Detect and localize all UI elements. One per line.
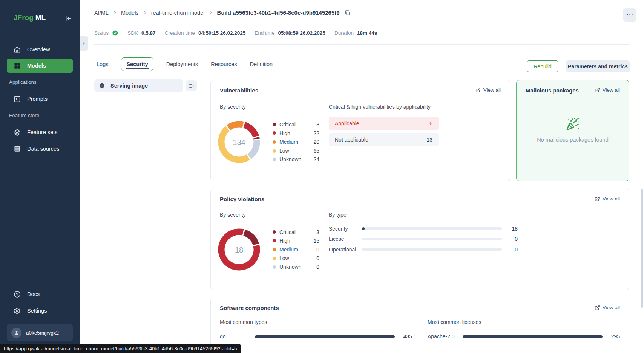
not-applicable-row[interactable]: Not applicable 13 <box>329 133 439 146</box>
sidebar-item-feature-sets[interactable]: Feature sets <box>7 125 73 139</box>
header-divider <box>94 44 630 45</box>
sdk-label: SDK <box>127 30 138 36</box>
bar-fill <box>255 335 395 338</box>
gear-icon <box>14 307 21 314</box>
severity-legend: Critical3High15Medium0Low0Unknown0 <box>273 228 319 271</box>
policy-view-all-link[interactable]: View all <box>595 196 620 202</box>
bar-fill <box>362 227 365 230</box>
collapse-sidebar-icon[interactable] <box>64 14 72 23</box>
tab-deployments[interactable]: Deployments <box>166 61 198 67</box>
bar-label: go <box>220 333 255 339</box>
sidebar-item-models[interactable]: Models <box>7 59 73 73</box>
bar-value: 0 <box>502 236 518 242</box>
sdk-value: 0.5.87 <box>141 30 156 36</box>
creation-time-label: Creation time <box>165 30 195 36</box>
malicious-empty-state: No malicious packages found <box>517 117 629 143</box>
malicious-view-all-link[interactable]: View all <box>595 87 620 93</box>
sidebar-item-settings[interactable]: Settings <box>7 304 73 318</box>
sidebar-item-label: Models <box>27 63 46 69</box>
sidebar-section-feature-store: Feature store <box>9 113 39 118</box>
software-licenses-bars: Apache-2.0295 <box>428 331 620 342</box>
status-label: Status <box>94 30 109 36</box>
vulnerabilities-severity-chart: 134 Critical3High22Medium20Low65Unknown2… <box>217 120 319 164</box>
sidebar-item-label: Settings <box>27 308 47 314</box>
bar-row: Security18 <box>329 224 518 234</box>
database-icon <box>14 145 21 153</box>
sidebar-item-data-sources[interactable]: Data sources <box>7 142 73 156</box>
breadcrumb: AI/ML Models real-time-churn-model Build… <box>94 9 350 16</box>
legend-value: 3 <box>316 122 319 128</box>
malicious-packages-card: Malicious packages View all No malicious… <box>516 80 629 181</box>
view-all-label: View all <box>603 196 620 202</box>
chevron-right-icon <box>112 10 117 15</box>
sidebar-item-label: Data sources <box>27 146 59 152</box>
legend-label: Low <box>279 148 289 154</box>
legend-value: 0 <box>316 247 319 253</box>
legend-item: High22 <box>273 129 319 137</box>
applicable-row[interactable]: Applicable 6 <box>329 117 439 130</box>
creation-time-value: 04:50:15 26.02.2025 <box>198 30 245 36</box>
sidebar-item-overview[interactable]: Overview <box>7 42 73 57</box>
not-applicable-value: 13 <box>426 137 432 143</box>
bar-label: Licese <box>329 236 362 242</box>
card-title: Software components <box>220 305 279 311</box>
tab-definition[interactable]: Definition <box>250 61 273 67</box>
rebuild-button[interactable]: Rebuild <box>527 60 558 72</box>
software-components-card: Software components View all Most common… <box>210 298 629 353</box>
legend-value: 0 <box>316 264 319 270</box>
sidebar-section-applications: Applications <box>9 79 37 85</box>
duration-label: Duration <box>334 30 354 36</box>
legend-dot <box>273 239 276 242</box>
tab-logs[interactable]: Logs <box>97 61 108 67</box>
jfrog-ml-logo: JFrog JFrog ML <box>14 14 46 22</box>
severity-legend: Critical3High22Medium20Low65Unknown24 <box>273 120 319 164</box>
card-title: Malicious packages <box>526 87 579 94</box>
legend-label: High <box>279 238 290 244</box>
bar-track <box>255 335 395 338</box>
brand-name: JFrog <box>14 14 34 22</box>
breadcrumb-item-models[interactable]: Models <box>121 10 139 16</box>
legend-value: 15 <box>313 238 319 244</box>
breadcrumb-item-model-name[interactable]: real-time-churn-model <box>151 10 205 16</box>
build-status-row: Status SDK 0.5.87 Creation time 04:50:15… <box>94 30 386 36</box>
shield-alert-icon <box>99 83 105 89</box>
vulnerabilities-view-all-link[interactable]: View all <box>475 87 501 93</box>
expand-panel-tab[interactable] <box>80 36 88 51</box>
applicability-title: Critical & high vulnerabilities by appli… <box>329 104 431 110</box>
bar-track <box>362 227 502 230</box>
user-menu[interactable]: a0ke5mijrvgx2 <box>7 324 73 341</box>
parameters-and-metrics-button[interactable]: Parameters and metrics <box>566 60 630 72</box>
legend-dot <box>273 131 276 135</box>
legend-label: Medium <box>279 247 298 253</box>
legend-label: Unknown <box>279 264 301 270</box>
sidebar-item-label: Docs <box>27 291 40 297</box>
most-common-types-label: Most common types <box>220 319 267 325</box>
policy-violations-card: Policy violations View all By severity 1… <box>210 189 629 290</box>
brand-suffix: ML <box>35 14 46 22</box>
applicable-label: Applicable <box>335 120 359 126</box>
serving-image-item[interactable]: Serving image <box>94 79 183 92</box>
breadcrumb-item-aiml[interactable]: AI/ML <box>94 10 109 16</box>
tab-security[interactable]: Security <box>121 57 153 71</box>
grid-icon <box>14 62 21 69</box>
malicious-empty-text: No malicious packages found <box>537 137 608 143</box>
chevron-right-icon <box>208 10 213 15</box>
legend-label: High <box>279 130 290 136</box>
end-time-label: End time <box>255 30 274 36</box>
more-options-button[interactable] <box>623 8 636 22</box>
legend-item: Critical3 <box>273 228 319 236</box>
sidebar-item-docs[interactable]: Docs <box>7 287 73 301</box>
copy-icon[interactable] <box>344 10 350 16</box>
collapse-panel-button[interactable] <box>186 80 197 91</box>
legend-item: High15 <box>273 236 319 245</box>
terminal-icon <box>14 96 21 103</box>
party-popper-icon <box>566 117 580 131</box>
tab-resources[interactable]: Resources <box>211 61 237 67</box>
software-view-all-link[interactable]: View all <box>595 305 620 310</box>
username: a0ke5mijrvgx2 <box>26 330 59 336</box>
sidebar-item-prompts[interactable]: Prompts <box>7 92 73 106</box>
legend-item: Medium20 <box>273 137 319 146</box>
scrollbar-thumb[interactable] <box>641 189 643 308</box>
layers-icon <box>14 129 21 136</box>
legend-dot <box>273 248 276 251</box>
